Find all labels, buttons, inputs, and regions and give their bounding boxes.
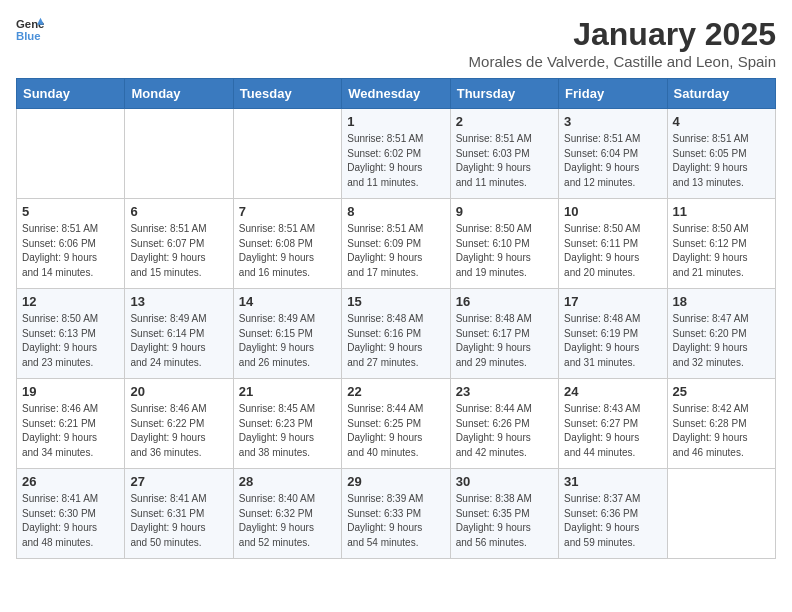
weekday-header-tuesday: Tuesday (233, 79, 341, 109)
day-info: Sunrise: 8:37 AM Sunset: 6:36 PM Dayligh… (564, 492, 661, 550)
day-info: Sunrise: 8:48 AM Sunset: 6:19 PM Dayligh… (564, 312, 661, 370)
day-number: 7 (239, 204, 336, 219)
day-info: Sunrise: 8:40 AM Sunset: 6:32 PM Dayligh… (239, 492, 336, 550)
calendar-cell: 18Sunrise: 8:47 AM Sunset: 6:20 PM Dayli… (667, 289, 775, 379)
day-number: 30 (456, 474, 553, 489)
day-number: 21 (239, 384, 336, 399)
day-info: Sunrise: 8:50 AM Sunset: 6:11 PM Dayligh… (564, 222, 661, 280)
calendar-cell: 30Sunrise: 8:38 AM Sunset: 6:35 PM Dayli… (450, 469, 558, 559)
day-info: Sunrise: 8:44 AM Sunset: 6:25 PM Dayligh… (347, 402, 444, 460)
weekday-header-thursday: Thursday (450, 79, 558, 109)
weekday-header-sunday: Sunday (17, 79, 125, 109)
day-number: 19 (22, 384, 119, 399)
day-info: Sunrise: 8:51 AM Sunset: 6:05 PM Dayligh… (673, 132, 770, 190)
weekday-header-row: SundayMondayTuesdayWednesdayThursdayFrid… (17, 79, 776, 109)
calendar-cell: 9Sunrise: 8:50 AM Sunset: 6:10 PM Daylig… (450, 199, 558, 289)
calendar-table: SundayMondayTuesdayWednesdayThursdayFrid… (16, 78, 776, 559)
calendar-cell (667, 469, 775, 559)
day-number: 11 (673, 204, 770, 219)
day-info: Sunrise: 8:50 AM Sunset: 6:10 PM Dayligh… (456, 222, 553, 280)
day-info: Sunrise: 8:42 AM Sunset: 6:28 PM Dayligh… (673, 402, 770, 460)
day-info: Sunrise: 8:41 AM Sunset: 6:30 PM Dayligh… (22, 492, 119, 550)
day-number: 17 (564, 294, 661, 309)
calendar-cell (17, 109, 125, 199)
calendar-cell: 31Sunrise: 8:37 AM Sunset: 6:36 PM Dayli… (559, 469, 667, 559)
calendar-cell: 22Sunrise: 8:44 AM Sunset: 6:25 PM Dayli… (342, 379, 450, 469)
calendar-cell: 21Sunrise: 8:45 AM Sunset: 6:23 PM Dayli… (233, 379, 341, 469)
svg-text:Blue: Blue (16, 30, 41, 42)
day-number: 13 (130, 294, 227, 309)
day-number: 20 (130, 384, 227, 399)
calendar-cell: 16Sunrise: 8:48 AM Sunset: 6:17 PM Dayli… (450, 289, 558, 379)
day-number: 24 (564, 384, 661, 399)
calendar-cell: 25Sunrise: 8:42 AM Sunset: 6:28 PM Dayli… (667, 379, 775, 469)
weekday-header-monday: Monday (125, 79, 233, 109)
calendar-cell (125, 109, 233, 199)
day-info: Sunrise: 8:51 AM Sunset: 6:06 PM Dayligh… (22, 222, 119, 280)
calendar-week-row: 1Sunrise: 8:51 AM Sunset: 6:02 PM Daylig… (17, 109, 776, 199)
day-info: Sunrise: 8:48 AM Sunset: 6:17 PM Dayligh… (456, 312, 553, 370)
calendar-cell: 5Sunrise: 8:51 AM Sunset: 6:06 PM Daylig… (17, 199, 125, 289)
day-number: 15 (347, 294, 444, 309)
calendar-week-row: 26Sunrise: 8:41 AM Sunset: 6:30 PM Dayli… (17, 469, 776, 559)
calendar-cell: 2Sunrise: 8:51 AM Sunset: 6:03 PM Daylig… (450, 109, 558, 199)
calendar-cell: 6Sunrise: 8:51 AM Sunset: 6:07 PM Daylig… (125, 199, 233, 289)
day-info: Sunrise: 8:51 AM Sunset: 6:07 PM Dayligh… (130, 222, 227, 280)
day-info: Sunrise: 8:51 AM Sunset: 6:04 PM Dayligh… (564, 132, 661, 190)
day-info: Sunrise: 8:46 AM Sunset: 6:21 PM Dayligh… (22, 402, 119, 460)
day-info: Sunrise: 8:46 AM Sunset: 6:22 PM Dayligh… (130, 402, 227, 460)
day-number: 26 (22, 474, 119, 489)
calendar-week-row: 19Sunrise: 8:46 AM Sunset: 6:21 PM Dayli… (17, 379, 776, 469)
calendar-cell: 12Sunrise: 8:50 AM Sunset: 6:13 PM Dayli… (17, 289, 125, 379)
day-number: 18 (673, 294, 770, 309)
day-info: Sunrise: 8:50 AM Sunset: 6:13 PM Dayligh… (22, 312, 119, 370)
day-number: 27 (130, 474, 227, 489)
day-info: Sunrise: 8:43 AM Sunset: 6:27 PM Dayligh… (564, 402, 661, 460)
calendar-cell: 13Sunrise: 8:49 AM Sunset: 6:14 PM Dayli… (125, 289, 233, 379)
day-number: 8 (347, 204, 444, 219)
logo: General Blue (16, 16, 44, 44)
page-header: General Blue January 2025 Morales de Val… (16, 16, 776, 70)
day-number: 14 (239, 294, 336, 309)
day-info: Sunrise: 8:45 AM Sunset: 6:23 PM Dayligh… (239, 402, 336, 460)
calendar-cell: 24Sunrise: 8:43 AM Sunset: 6:27 PM Dayli… (559, 379, 667, 469)
day-number: 28 (239, 474, 336, 489)
day-number: 22 (347, 384, 444, 399)
calendar-cell (233, 109, 341, 199)
day-info: Sunrise: 8:44 AM Sunset: 6:26 PM Dayligh… (456, 402, 553, 460)
calendar-cell: 20Sunrise: 8:46 AM Sunset: 6:22 PM Dayli… (125, 379, 233, 469)
calendar-title: January 2025 (469, 16, 776, 53)
day-number: 12 (22, 294, 119, 309)
calendar-cell: 3Sunrise: 8:51 AM Sunset: 6:04 PM Daylig… (559, 109, 667, 199)
calendar-cell: 10Sunrise: 8:50 AM Sunset: 6:11 PM Dayli… (559, 199, 667, 289)
calendar-cell: 26Sunrise: 8:41 AM Sunset: 6:30 PM Dayli… (17, 469, 125, 559)
calendar-cell: 27Sunrise: 8:41 AM Sunset: 6:31 PM Dayli… (125, 469, 233, 559)
day-number: 23 (456, 384, 553, 399)
day-number: 4 (673, 114, 770, 129)
calendar-cell: 7Sunrise: 8:51 AM Sunset: 6:08 PM Daylig… (233, 199, 341, 289)
day-number: 25 (673, 384, 770, 399)
day-info: Sunrise: 8:51 AM Sunset: 6:03 PM Dayligh… (456, 132, 553, 190)
day-info: Sunrise: 8:49 AM Sunset: 6:14 PM Dayligh… (130, 312, 227, 370)
calendar-subtitle: Morales de Valverde, Castille and Leon, … (469, 53, 776, 70)
day-info: Sunrise: 8:48 AM Sunset: 6:16 PM Dayligh… (347, 312, 444, 370)
day-number: 16 (456, 294, 553, 309)
calendar-cell: 17Sunrise: 8:48 AM Sunset: 6:19 PM Dayli… (559, 289, 667, 379)
day-info: Sunrise: 8:41 AM Sunset: 6:31 PM Dayligh… (130, 492, 227, 550)
day-number: 6 (130, 204, 227, 219)
day-info: Sunrise: 8:51 AM Sunset: 6:02 PM Dayligh… (347, 132, 444, 190)
calendar-cell: 1Sunrise: 8:51 AM Sunset: 6:02 PM Daylig… (342, 109, 450, 199)
day-info: Sunrise: 8:50 AM Sunset: 6:12 PM Dayligh… (673, 222, 770, 280)
day-info: Sunrise: 8:47 AM Sunset: 6:20 PM Dayligh… (673, 312, 770, 370)
calendar-week-row: 12Sunrise: 8:50 AM Sunset: 6:13 PM Dayli… (17, 289, 776, 379)
calendar-cell: 29Sunrise: 8:39 AM Sunset: 6:33 PM Dayli… (342, 469, 450, 559)
day-number: 2 (456, 114, 553, 129)
day-number: 3 (564, 114, 661, 129)
calendar-cell: 8Sunrise: 8:51 AM Sunset: 6:09 PM Daylig… (342, 199, 450, 289)
day-number: 10 (564, 204, 661, 219)
day-info: Sunrise: 8:51 AM Sunset: 6:08 PM Dayligh… (239, 222, 336, 280)
calendar-week-row: 5Sunrise: 8:51 AM Sunset: 6:06 PM Daylig… (17, 199, 776, 289)
calendar-cell: 11Sunrise: 8:50 AM Sunset: 6:12 PM Dayli… (667, 199, 775, 289)
calendar-cell: 4Sunrise: 8:51 AM Sunset: 6:05 PM Daylig… (667, 109, 775, 199)
calendar-cell: 15Sunrise: 8:48 AM Sunset: 6:16 PM Dayli… (342, 289, 450, 379)
